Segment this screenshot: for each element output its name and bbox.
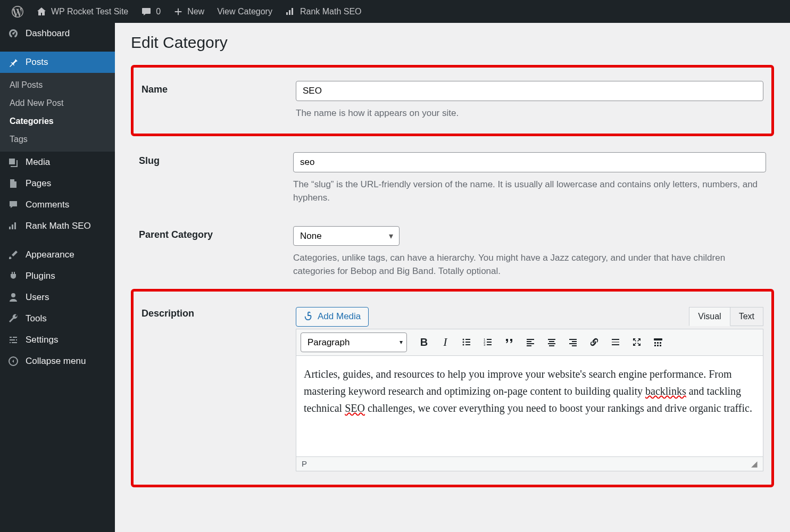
tab-visual[interactable]: Visual [689, 307, 730, 326]
help-name: The name is how it appears on your site. [296, 106, 763, 120]
align-center-button[interactable] [543, 334, 560, 351]
svg-rect-6 [465, 344, 470, 345]
svg-point-1 [463, 339, 464, 340]
plug-icon [7, 271, 19, 281]
link-button[interactable] [586, 334, 603, 351]
menu-pages[interactable]: Pages [0, 173, 115, 194]
menu-appearance[interactable]: Appearance [0, 244, 115, 265]
row-description: Description Add Media Visual Text [134, 294, 771, 482]
spell-error: backlinks [645, 385, 686, 397]
media-icon [304, 311, 313, 323]
align-right-button[interactable] [564, 334, 581, 351]
parent-select[interactable]: None [293, 226, 400, 246]
name-input[interactable] [296, 81, 763, 101]
wordpress-icon [12, 6, 23, 18]
sliders-icon [7, 335, 19, 345]
menu-users[interactable]: Users [0, 287, 115, 308]
description-editor[interactable]: Articles, guides, and resources to help … [296, 356, 763, 457]
insert-more-button[interactable] [607, 334, 624, 351]
svg-text:3: 3 [484, 343, 486, 346]
collapse-icon [7, 356, 19, 367]
spell-error: SEO [345, 402, 365, 414]
rank-math-link[interactable]: Rank Math SEO [279, 0, 368, 23]
fullscreen-button[interactable] [628, 334, 645, 351]
format-select[interactable]: Paragraph [301, 332, 407, 352]
comment-icon [7, 200, 19, 210]
svg-rect-13 [527, 339, 534, 340]
menu-dashboard[interactable]: Dashboard [0, 23, 115, 44]
view-category-link[interactable]: View Category [211, 0, 279, 23]
label-slug: Slug [139, 152, 277, 167]
stats-icon [7, 221, 19, 231]
svg-rect-27 [612, 344, 619, 345]
row-name: Name The name is how it appears on your … [134, 70, 771, 131]
svg-rect-25 [612, 339, 619, 340]
sub-all-posts[interactable]: All Posts [0, 76, 115, 94]
menu-settings[interactable]: Settings [0, 329, 115, 351]
svg-rect-2 [465, 339, 470, 340]
help-parent: Categories, unlike tags, can have a hier… [293, 251, 766, 278]
svg-rect-28 [654, 338, 662, 340]
slug-input[interactable] [293, 152, 766, 172]
add-media-button[interactable]: Add Media [296, 307, 369, 327]
label-name: Name [142, 81, 280, 95]
svg-rect-34 [660, 345, 661, 346]
media-icon [7, 157, 19, 168]
toolbar-toggle-button[interactable] [650, 334, 667, 351]
label-parent: Parent Category [139, 226, 277, 240]
resize-handle[interactable]: ◢ [751, 459, 758, 469]
menu-posts[interactable]: Posts [0, 52, 115, 73]
tab-text[interactable]: Text [730, 307, 763, 326]
svg-rect-20 [549, 345, 554, 346]
svg-rect-18 [549, 341, 554, 342]
comments-count: 0 [156, 7, 161, 16]
site-title: WP Rocket Test Site [51, 7, 128, 16]
svg-rect-30 [657, 342, 659, 344]
element-path[interactable]: P [302, 459, 307, 469]
menu-rank-math[interactable]: Rank Math SEO [0, 215, 115, 237]
user-icon [7, 292, 19, 303]
highlight-description-row: Description Add Media Visual Text [131, 289, 774, 487]
sub-categories[interactable]: Categories [0, 112, 115, 130]
svg-point-3 [463, 342, 464, 343]
sub-tags[interactable]: Tags [0, 130, 115, 148]
svg-rect-15 [527, 343, 534, 344]
menu-media[interactable]: Media [0, 152, 115, 173]
page-title: Edit Category [131, 34, 774, 52]
bullet-list-button[interactable] [458, 334, 475, 351]
menu-collapse[interactable]: Collapse menu [0, 351, 115, 372]
svg-rect-22 [572, 341, 577, 342]
svg-rect-21 [569, 339, 577, 340]
svg-rect-12 [487, 344, 492, 345]
comments-link[interactable]: 0 [135, 0, 167, 23]
wp-logo[interactable] [5, 0, 30, 23]
pushpin-icon [7, 57, 19, 68]
svg-rect-31 [660, 342, 661, 344]
svg-rect-26 [612, 342, 619, 343]
align-left-button[interactable] [522, 334, 539, 351]
admin-bar: WP Rocket Test Site 0 New View Category … [0, 0, 790, 23]
label-description: Description [142, 305, 280, 319]
brush-icon [7, 250, 19, 260]
row-slug: Slug The “slug” is the URL-friendly vers… [131, 142, 774, 215]
blockquote-button[interactable] [501, 334, 518, 351]
svg-rect-4 [465, 342, 470, 343]
menu-tools[interactable]: Tools [0, 308, 115, 329]
menu-comments[interactable]: Comments [0, 194, 115, 215]
svg-rect-24 [572, 345, 577, 346]
menu-plugins[interactable]: Plugins [0, 265, 115, 287]
svg-rect-17 [548, 339, 555, 340]
dashboard-icon [7, 28, 19, 39]
wrench-icon [7, 313, 19, 324]
new-link[interactable]: New [167, 0, 211, 23]
home-icon [36, 6, 47, 17]
svg-rect-19 [548, 343, 555, 344]
sub-add-new-post[interactable]: Add New Post [0, 94, 115, 112]
pages-icon [7, 178, 19, 189]
main-content: Edit Category Name The name is how it ap… [115, 23, 790, 503]
italic-button[interactable]: I [437, 334, 454, 351]
site-title-link[interactable]: WP Rocket Test Site [30, 0, 135, 23]
numbered-list-button[interactable]: 123 [479, 334, 496, 351]
bold-button[interactable]: B [415, 334, 433, 351]
row-parent: Parent Category None Categories, unlike … [131, 215, 774, 289]
